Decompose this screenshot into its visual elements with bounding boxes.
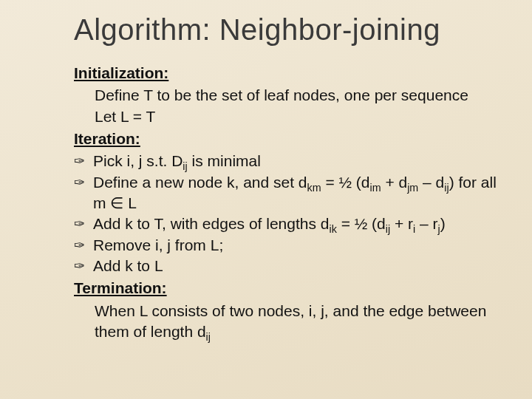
term-line-1: When L consists of two nodes, i, j, and … (95, 301, 505, 343)
iter-bullet-5: ✑ Add k to L (74, 256, 505, 276)
text: Remove i, j from L; (93, 236, 223, 253)
slide: Algorithm: Neighbor-joining Initializati… (0, 0, 532, 399)
text: Add k to T, with edges of lengths d (93, 215, 329, 232)
text: Define a new node k, and set d (93, 174, 307, 191)
text: – d (418, 174, 444, 191)
init-line-2: Let L = T (95, 106, 505, 127)
sub: km (307, 182, 321, 194)
bullet-icon: ✑ (74, 215, 85, 233)
text: = ½ (d (321, 174, 370, 191)
slide-body: Initialization: Define T to be the set o… (74, 63, 505, 342)
iter-heading: Iteration: (74, 129, 505, 149)
sub: ik (329, 224, 336, 236)
text: – r (415, 215, 437, 232)
bullet-icon: ✑ (74, 174, 85, 191)
bullet-icon: ✑ (74, 236, 85, 254)
bullet-icon: ✑ (74, 257, 85, 275)
bullet-icon: ✑ (74, 152, 85, 170)
init-heading: Initialization: (74, 63, 505, 83)
iter-bullet-3: ✑ Add k to T, with edges of lengths dik … (74, 214, 505, 234)
init-line-1: Define T to be the set of leaf nodes, on… (95, 85, 505, 106)
text: is minimal (188, 152, 261, 169)
text: Pick i, j s.t. D (93, 152, 183, 169)
text: When L consists of two nodes, i, j, and … (95, 302, 486, 340)
term-heading: Termination: (74, 278, 505, 299)
text: Add k to L (93, 257, 163, 274)
iter-bullet-2: ✑ Define a new node k, and set dkm = ½ (… (74, 172, 505, 214)
sub: ij (206, 331, 211, 343)
iter-bullet-4: ✑ Remove i, j from L; (74, 235, 505, 256)
iter-bullet-1: ✑ Pick i, j s.t. Dij is minimal (74, 151, 505, 171)
slide-title: Algorithm: Neighbor-joining (74, 13, 505, 47)
text: + d (381, 174, 408, 191)
text: + r (390, 215, 413, 232)
sub: jm (407, 182, 418, 194)
sub: im (370, 182, 381, 194)
text: ) (440, 215, 446, 232)
text: = ½ (d (337, 215, 386, 232)
